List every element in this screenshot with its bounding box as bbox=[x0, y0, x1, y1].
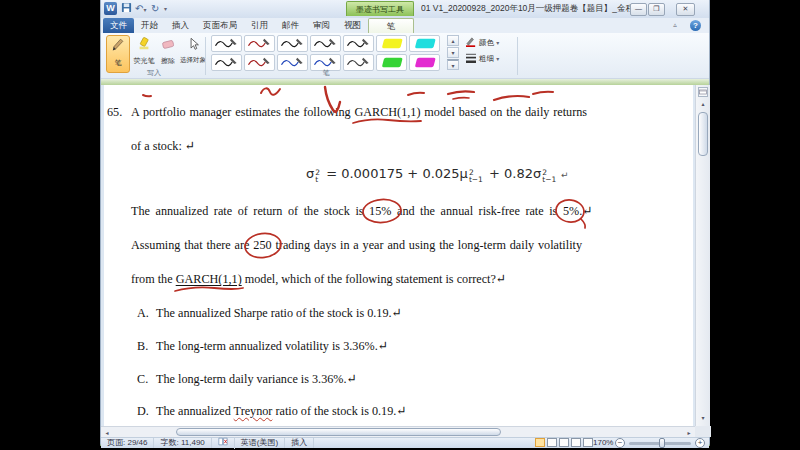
scroll-right-icon[interactable]: ▸ bbox=[684, 428, 694, 436]
insert-mode-status[interactable]: 插入 bbox=[285, 438, 314, 448]
group-divider bbox=[205, 37, 206, 75]
word-count-status[interactable]: 字数: 11,490 bbox=[154, 438, 211, 448]
question-line3: The annualized rate of return of the sto… bbox=[131, 203, 592, 219]
option-text: The long-term daily variance is 3.36%.↵ bbox=[156, 372, 357, 386]
collapse-ribbon-icon[interactable]: ▵ bbox=[669, 21, 681, 31]
save-icon[interactable] bbox=[121, 2, 132, 16]
tab-references[interactable]: 引用 bbox=[244, 18, 275, 33]
option-text: The long-term annualized volatility is 3… bbox=[156, 339, 388, 353]
gallery-more-icon[interactable]: ▾ bbox=[447, 59, 459, 70]
horizontal-scrollbar[interactable]: ◂ ▸ bbox=[101, 426, 695, 437]
language-status[interactable]: 英语(美国) bbox=[235, 438, 285, 448]
vertical-scrollbar[interactable]: ▴ ▾ bbox=[695, 85, 710, 426]
tab-page-layout[interactable]: 页面布局 bbox=[196, 18, 244, 33]
ink-thickness-button[interactable]: 粗细 ▾ bbox=[465, 52, 499, 66]
help-icon[interactable]: ? bbox=[690, 20, 701, 31]
restore-button[interactable]: ❐ bbox=[648, 3, 665, 16]
tab-pens-active[interactable]: 笔 bbox=[368, 18, 414, 33]
option-text: The annualized Sharpe ratio of the stock… bbox=[156, 306, 402, 320]
scroll-down-icon[interactable]: ▾ bbox=[698, 413, 708, 423]
question-line1: A portfolio manager estimates the follow… bbox=[131, 104, 587, 120]
option-text: The annualized bbox=[156, 404, 234, 418]
tab-file[interactable]: 文件 bbox=[103, 18, 134, 33]
zoom-out-icon[interactable]: − bbox=[615, 438, 625, 448]
spellcheck-status[interactable] bbox=[212, 437, 235, 449]
print-layout-view-button[interactable] bbox=[535, 438, 545, 447]
tab-review[interactable]: 审阅 bbox=[306, 18, 337, 33]
tab-mailings[interactable]: 邮件 bbox=[275, 18, 306, 33]
tab-insert[interactable]: 插入 bbox=[165, 18, 196, 33]
pen-style-swatch[interactable] bbox=[211, 35, 242, 52]
undo-icon[interactable]: ↶▾ bbox=[135, 2, 146, 16]
word-logo-icon[interactable]: W bbox=[104, 2, 117, 15]
ink-tools-context-header: 墨迹书写工具 bbox=[346, 1, 414, 16]
qat-dropdown-icon[interactable]: ▾ bbox=[164, 2, 167, 16]
gallery-scroll-down-icon[interactable]: ▾ bbox=[447, 47, 459, 58]
pen-style-swatch[interactable] bbox=[244, 35, 275, 52]
write-group-label: 写入 bbox=[103, 68, 205, 78]
question-line5: from the GARCH(1,1) model, which of the … bbox=[131, 271, 506, 287]
ink-circled-250: 250 bbox=[253, 238, 271, 252]
zoom-in-icon[interactable]: + bbox=[695, 438, 705, 448]
title-bar: W ↶▾ ↻ ▾ 墨迹书写工具 01 V1_20200928_2020年10月一… bbox=[101, 0, 709, 19]
option-letter: B. bbox=[137, 338, 156, 354]
thickness-lines-icon bbox=[465, 53, 477, 63]
pens-group: ▴ ▾ ▾ 颜色 ▾ 粗细 ▾ 笔 bbox=[207, 33, 515, 78]
gallery-scroll-up-icon[interactable]: ▴ bbox=[447, 35, 459, 46]
zoom-level[interactable]: 170% bbox=[593, 438, 613, 448]
ink-circled-5-percent: 5% bbox=[563, 204, 579, 218]
tab-view[interactable]: 视图 bbox=[337, 18, 368, 33]
ruler-toggle-icon[interactable] bbox=[698, 87, 708, 97]
ribbon-tabs: 文件开始插入页面布局引用邮件审阅视图笔 bbox=[101, 18, 709, 33]
video-frame: { "colors": { "ink_red": "#b93025", "con… bbox=[0, 0, 800, 450]
tab-home[interactable]: 开始 bbox=[134, 18, 165, 33]
page-count-status[interactable]: 页面: 29/46 bbox=[101, 438, 154, 448]
answer-option: A.The annualized Sharpe ratio of the sto… bbox=[137, 305, 402, 321]
vertical-scroll-thumb[interactable] bbox=[698, 112, 708, 156]
eraser-icon bbox=[161, 37, 175, 51]
highlighter-style-swatch[interactable] bbox=[376, 35, 407, 52]
answer-option: C.The long-term daily variance is 3.36%.… bbox=[137, 371, 357, 387]
ribbon-tab-row: 文件开始插入页面布局引用邮件审阅视图笔 ▵ ? bbox=[101, 18, 709, 34]
outline-view-button[interactable] bbox=[571, 438, 581, 447]
option-letter: C. bbox=[137, 371, 156, 387]
pen-style-swatch[interactable] bbox=[343, 35, 374, 52]
highlighter-style-swatch[interactable] bbox=[409, 35, 440, 52]
zoom-slider[interactable] bbox=[629, 442, 691, 445]
highlighter-tool-button[interactable]: 荧光笔 bbox=[132, 37, 156, 66]
answer-option: D.The annualized Treynor ratio of the st… bbox=[137, 403, 407, 419]
scroll-up-icon[interactable]: ▴ bbox=[698, 99, 708, 109]
pen-style-swatch[interactable] bbox=[310, 35, 341, 52]
option-letter: A. bbox=[137, 305, 156, 321]
option-text: ratio of the stock is 0.19.↵ bbox=[272, 404, 406, 418]
question-line2: of a stock: ↵ bbox=[131, 138, 195, 154]
word-window: W ↶▾ ↻ ▾ 墨迹书写工具 01 V1_20200928_2020年10月一… bbox=[100, 0, 710, 446]
select-objects-button[interactable]: 选择对象 bbox=[180, 37, 206, 65]
highlighter-icon bbox=[137, 37, 151, 51]
pen-style-swatch[interactable] bbox=[277, 35, 308, 52]
spellcheck-book-icon bbox=[218, 437, 228, 446]
group-divider bbox=[517, 37, 518, 75]
answer-option: B.The long-term annualized volatility is… bbox=[137, 338, 388, 354]
web-layout-view-button[interactable] bbox=[559, 438, 569, 447]
status-bar: 页面: 29/46 字数: 11,490 英语(美国) 插入 170% − + bbox=[101, 437, 709, 448]
spellcheck-flagged-word: Treynor bbox=[234, 404, 273, 418]
cursor-arrow-icon bbox=[187, 37, 200, 51]
page[interactable]: 65. A portfolio manager estimates the fo… bbox=[104, 85, 693, 426]
close-button[interactable]: ✕ bbox=[676, 3, 695, 16]
fullscreen-reading-view-button[interactable] bbox=[547, 438, 557, 447]
garch-term-underlined: GARCH(1,1) bbox=[176, 272, 242, 286]
ribbon: 笔 荧光笔 擦除 选择对象 写入 ▴ ▾ ▾ 颜 bbox=[101, 33, 709, 79]
zoom-slider-thumb[interactable] bbox=[659, 438, 665, 448]
draft-view-button[interactable] bbox=[583, 438, 593, 447]
eraser-tool-button[interactable]: 擦除 bbox=[157, 37, 179, 66]
write-group: 笔 荧光笔 擦除 选择对象 写入 bbox=[103, 33, 205, 78]
minimize-button[interactable]: — bbox=[630, 3, 647, 16]
scrollbar-corner bbox=[695, 426, 711, 437]
redo-icon[interactable]: ↻ bbox=[151, 2, 159, 16]
ink-color-button[interactable]: 颜色 ▾ bbox=[465, 36, 499, 50]
color-pen-icon bbox=[465, 37, 477, 47]
question-line4: Assuming that there are 250 trading days… bbox=[131, 237, 582, 253]
horizontal-scroll-thumb[interactable] bbox=[176, 428, 501, 436]
scroll-left-icon[interactable]: ◂ bbox=[102, 428, 112, 436]
